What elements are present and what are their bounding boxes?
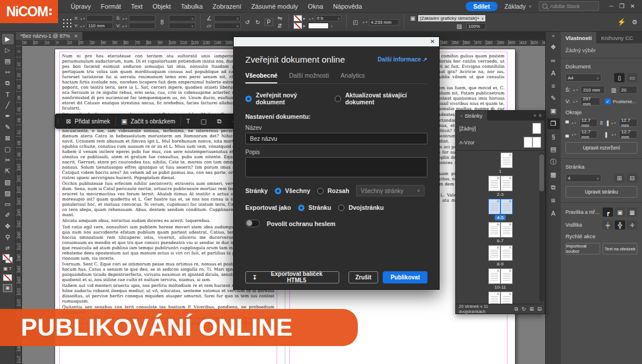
add-page-after-button[interactable]: ⧉ bbox=[212, 114, 227, 128]
margin-right-field[interactable]: 12.7 mm bbox=[619, 119, 637, 127]
scale-y-select[interactable]: ∨ bbox=[169, 23, 195, 29]
screen-mode-button[interactable]: ▣ bbox=[3, 284, 12, 292]
expand-panels-icon[interactable]: « bbox=[552, 33, 554, 40]
menu-item-text[interactable]: Text bbox=[131, 3, 143, 10]
free-transform-tool[interactable]: ⇱ bbox=[2, 166, 14, 177]
object-styles-panel-icon[interactable]: § bbox=[547, 131, 560, 142]
link-margins-icon[interactable]: 8 bbox=[600, 120, 603, 126]
page-thumbnail[interactable]: A bbox=[500, 176, 513, 191]
stepper-icon[interactable]: ▲▼ bbox=[573, 89, 579, 91]
pages-panel-spread-1[interactable]: A1 bbox=[456, 152, 545, 174]
tab-advanced[interactable]: Další možnosti bbox=[289, 70, 329, 83]
menu-item-zásuvné-moduly[interactable]: Zásuvné moduly bbox=[251, 3, 298, 10]
links-panel-icon[interactable]: ∞ bbox=[547, 54, 560, 65]
stepper-icon[interactable]: ▲▼ bbox=[308, 17, 314, 20]
flip-horizontal-icon[interactable]: ⇋ bbox=[276, 15, 284, 21]
stepper-icon[interactable]: ▲▼ bbox=[611, 133, 616, 136]
gear-icon[interactable]: ⚙ bbox=[632, 19, 637, 26]
scale-x-select[interactable]: ∨ bbox=[169, 15, 195, 21]
paragraph-styles-panel-icon[interactable]: ≡ bbox=[547, 80, 560, 91]
hand-tool[interactable]: ✥ bbox=[2, 221, 14, 232]
menu-item-zobrazení[interactable]: Zobrazení bbox=[213, 3, 242, 10]
more-info-link[interactable]: Další informace ↗ bbox=[378, 56, 427, 63]
opacity-field[interactable]: 100% bbox=[466, 23, 486, 30]
publish-new-radio[interactable]: Zveřejnit nový dokument bbox=[245, 92, 320, 105]
stroke-weight-select[interactable]: 0 b∨ bbox=[315, 15, 342, 21]
delete-page-button[interactable]: ⊟ bbox=[627, 173, 637, 183]
info-panel-icon[interactable]: ⓘ bbox=[547, 156, 560, 168]
stepper-icon[interactable]: ▲▼ bbox=[572, 100, 578, 103]
height-field[interactable] bbox=[129, 23, 155, 29]
pages-range-radio[interactable]: Rozsah bbox=[317, 187, 349, 194]
layers-panel-icon[interactable]: ❖ bbox=[547, 42, 560, 53]
share-button[interactable]: Sdílet bbox=[466, 2, 498, 11]
story-panel-icon[interactable]: ⧈ bbox=[547, 195, 560, 206]
restore-button[interactable]: ❐ bbox=[619, 3, 625, 9]
pages-panel-spread-8-9[interactable]: AA8-9 bbox=[456, 245, 545, 267]
corner-options-icon[interactable]: ◰ bbox=[351, 19, 359, 26]
collapse-panel-icon[interactable]: » bbox=[534, 113, 536, 118]
pages-panel-spread-4-5[interactable]: AA4-5 bbox=[456, 199, 545, 220]
content-collector-tool[interactable]: ⧉ bbox=[2, 78, 14, 89]
stroke-panel-icon[interactable]: ▦ bbox=[547, 169, 560, 180]
pages-count-field[interactable]: 20 bbox=[619, 86, 637, 94]
update-existing-radio[interactable]: Aktualizovat stávající dokument bbox=[335, 92, 427, 105]
tab-analytics[interactable]: Analytics bbox=[340, 70, 365, 83]
margin-left-field[interactable]: 12.7 mm bbox=[619, 130, 637, 139]
fill-flyout-icon[interactable]: ▸ bbox=[303, 16, 306, 21]
master-page-row[interactable]: [Žádný] bbox=[459, 123, 541, 134]
zoom-tool[interactable]: ⚲ bbox=[2, 232, 14, 243]
fill-stroke-indicator[interactable] bbox=[2, 254, 13, 263]
direct-selection-tool[interactable]: ▷ bbox=[2, 45, 14, 56]
page-thumbnail[interactable]: A bbox=[488, 268, 500, 284]
scissors-tool[interactable]: ✂ bbox=[2, 155, 14, 166]
reference-point-grid[interactable] bbox=[61, 17, 71, 27]
page-thumbnail[interactable]: A bbox=[500, 222, 513, 238]
pages-panel-spread-12-13[interactable]: AA12-13 bbox=[456, 292, 545, 304]
cancel-button[interactable]: Zrušit bbox=[349, 271, 379, 283]
formatting-affects-toggle[interactable]: ▣T bbox=[3, 266, 12, 271]
menu-item-okna[interactable]: Okna bbox=[308, 3, 323, 10]
swap-fill-stroke-icon[interactable]: ⇄ bbox=[5, 245, 10, 251]
delete-page-icon[interactable]: ⊟ bbox=[537, 306, 542, 312]
pages-all-radio[interactable]: Všechny bbox=[275, 187, 310, 194]
import-file-button[interactable]: Importovat soubor bbox=[565, 243, 600, 254]
stepper-icon[interactable]: ▲▼ bbox=[571, 133, 577, 136]
tab-properties[interactable]: Vlastnosti bbox=[561, 32, 596, 43]
stroke-style-preview[interactable] bbox=[308, 23, 329, 29]
page-thumbnail[interactable]: A bbox=[500, 292, 513, 304]
document-width-field[interactable]: 210 mm bbox=[581, 86, 605, 94]
document-height-field[interactable]: 297 mm bbox=[581, 97, 600, 105]
close-button[interactable]: ✕ bbox=[630, 3, 635, 9]
margin-bottom-field[interactable]: 12.7 mm bbox=[579, 130, 598, 139]
start-with-image-button[interactable]: ▣ Začít s obrázkem bbox=[116, 114, 180, 128]
master-page-row[interactable]: A-Vzor bbox=[459, 137, 541, 148]
stepper-icon[interactable]: ▲▼ bbox=[122, 25, 128, 27]
menu-item-formát[interactable]: Formát bbox=[101, 3, 121, 10]
x-position-field[interactable] bbox=[86, 15, 113, 21]
tab-cc-libraries[interactable]: Knihovny CC bbox=[596, 32, 637, 43]
gap-tool[interactable]: ⇿ bbox=[2, 67, 14, 78]
rotation-angle-select[interactable]: ∨ bbox=[214, 15, 241, 21]
note-tool[interactable]: ▭ bbox=[2, 199, 14, 210]
add-page-button[interactable]: ▢ bbox=[195, 114, 212, 128]
quick-actions-icon[interactable]: ⚡ bbox=[617, 18, 626, 26]
workspace-switcher[interactable]: Základy ∨ bbox=[505, 3, 532, 10]
margin-top-field[interactable]: 12.7 mm bbox=[579, 119, 598, 127]
paragraph-direction-icon[interactable]: P bbox=[264, 19, 273, 26]
close-tab-icon[interactable]: ✕ bbox=[74, 34, 78, 39]
document-name-input[interactable]: Bez názvu bbox=[245, 133, 427, 144]
export-spread-radio[interactable]: Dvojstránku bbox=[338, 204, 384, 211]
stepper-icon[interactable]: ▲▼ bbox=[122, 17, 128, 20]
menu-item-tabulka[interactable]: Tabulka bbox=[181, 3, 203, 10]
scrollbar-thumb[interactable] bbox=[539, 154, 544, 191]
facing-pages-checkbox[interactable]: ✓ bbox=[605, 99, 611, 104]
ruler-corner[interactable] bbox=[16, 40, 22, 46]
cc-libraries-panel-icon[interactable]: ▣ bbox=[547, 105, 560, 117]
shear-angle-select[interactable]: ∨ bbox=[214, 23, 241, 29]
show-guides-icon[interactable]: ╪ bbox=[603, 220, 613, 230]
panel-menu-icon[interactable]: ≡ bbox=[539, 113, 542, 118]
stroke-swatch-none[interactable] bbox=[293, 23, 302, 29]
drag-handle-icon[interactable]: ⁞ bbox=[56, 118, 61, 124]
text-to-image-button[interactable]: Text na obrázek bbox=[603, 243, 637, 254]
